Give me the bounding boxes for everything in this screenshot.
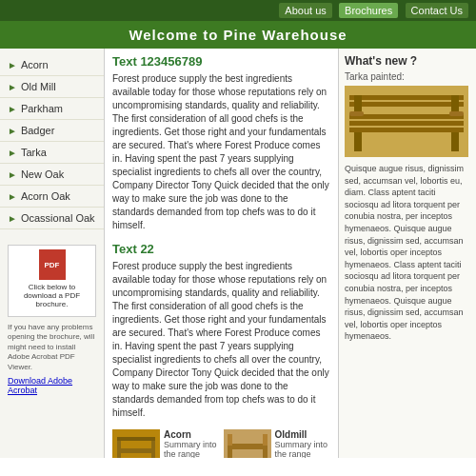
product-acorn: Acorn Summary into the range more... <box>112 429 220 458</box>
section2-body: Forest produce supply the best ingredien… <box>112 260 330 420</box>
sidebar: ► Acorn ► Old Mill ► Parkham ► Badger ► … <box>0 49 105 458</box>
sidebar-item-label: New Oak <box>21 169 64 180</box>
svg-rect-30 <box>349 95 464 100</box>
contact-us-link[interactable]: Contact Us <box>406 3 468 18</box>
sidebar-item-label: Acorn <box>21 59 49 70</box>
product-info-oldmill: Oldmill Summary into the range more... <box>275 429 331 458</box>
svg-rect-31 <box>349 102 464 107</box>
sidebar-item-acorn-oak[interactable]: ► Acorn Oak <box>0 186 104 208</box>
sidebar-item-ocassional-oak[interactable]: ► Ocassional Oak <box>0 208 104 229</box>
svg-rect-28 <box>354 132 362 151</box>
pdf-icon: PDF <box>39 249 66 280</box>
svg-rect-29 <box>451 132 459 151</box>
arrow-icon: ► <box>8 148 17 158</box>
sidebar-item-label: Ocassional Oak <box>21 212 95 224</box>
sidebar-item-label: Old Mill <box>21 81 56 92</box>
product-oldmill: Oldmill Summary into the range more... <box>224 429 331 458</box>
product-thumb-oldmill <box>224 429 271 458</box>
sidebar-item-old-mill[interactable]: ► Old Mill <box>0 76 104 98</box>
svg-rect-8 <box>228 444 268 449</box>
right-panel-subtitle: Tarka painted: <box>345 71 470 82</box>
section1-title: Text 123456789 <box>112 54 330 69</box>
main-content: Text 123456789 Forest produce supply the… <box>105 49 338 458</box>
pdf-small-text: If you have any problems opening the bro… <box>8 323 96 372</box>
sidebar-item-badger[interactable]: ► Badger <box>0 120 104 142</box>
svg-rect-26 <box>349 121 464 126</box>
arrow-icon: ► <box>8 191 17 202</box>
svg-rect-27 <box>349 128 464 132</box>
product-desc-acorn: Summary into the range more... <box>164 440 220 458</box>
svg-rect-9 <box>228 449 232 458</box>
main-layout: ► Acorn ► Old Mill ► Parkham ► Badger ► … <box>0 49 476 458</box>
sidebar-item-label: Tarka <box>21 147 47 158</box>
svg-rect-35 <box>449 111 464 116</box>
sidebar-bottom: PDF Click below to download a PDF brochu… <box>0 237 104 403</box>
sidebar-item-parkham[interactable]: ► Parkham <box>0 98 104 120</box>
brochures-link[interactable]: Brochures <box>339 3 398 18</box>
pdf-box: PDF Click below to download a PDF brochu… <box>8 245 96 317</box>
sidebar-item-acorn[interactable]: ► Acorn <box>0 54 104 76</box>
svg-rect-25 <box>349 114 464 119</box>
section1-body: Forest produce supply the best ingredien… <box>112 72 330 232</box>
products-grid: Acorn Summary into the range more... <box>112 429 330 458</box>
sidebar-item-label: Acorn Oak <box>21 190 70 202</box>
svg-rect-10 <box>263 449 268 458</box>
arrow-icon: ► <box>8 169 17 180</box>
section2-title: Text 22 <box>112 242 330 256</box>
svg-rect-2 <box>117 453 121 458</box>
svg-rect-1 <box>117 448 155 453</box>
bench-image <box>345 86 468 157</box>
right-panel-title: What's new ? <box>345 54 470 68</box>
sidebar-item-label: Parkham <box>21 103 63 114</box>
right-panel: What's new ? Tarka painted: <box>338 49 476 458</box>
svg-rect-3 <box>151 453 155 458</box>
product-info-acorn: Acorn Summary into the range more... <box>164 429 220 458</box>
arrow-icon: ► <box>8 104 17 114</box>
download-acrobat-link[interactable]: Download Adobe Acrobat <box>8 376 96 395</box>
product-name-oldmill: Oldmill <box>275 429 331 440</box>
svg-rect-11 <box>228 434 232 446</box>
top-navigation: About us Brochures Contact Us <box>0 0 476 21</box>
about-us-link[interactable]: About us <box>279 3 331 18</box>
svg-rect-34 <box>349 111 364 116</box>
product-desc-oldmill: Summary into the range more... <box>275 440 331 458</box>
right-panel-body: Quisque augue risus, dignissim sed, accu… <box>345 163 470 343</box>
pdf-link-text: Click below to download a PDF brochure. <box>12 283 91 308</box>
arrow-icon: ► <box>8 82 17 92</box>
page-header: Welcome to Pine Warehouse <box>0 21 476 49</box>
product-name-acorn: Acorn <box>164 429 220 440</box>
sidebar-item-new-oak[interactable]: ► New Oak <box>0 164 104 186</box>
sidebar-item-label: Badger <box>21 125 54 136</box>
svg-rect-6 <box>117 437 155 441</box>
arrow-icon: ► <box>8 213 17 224</box>
sidebar-item-tarka[interactable]: ► Tarka <box>0 142 104 164</box>
site-title: Welcome to Pine Warehouse <box>129 27 347 43</box>
arrow-icon: ► <box>8 126 17 136</box>
product-thumb-acorn <box>112 429 160 458</box>
svg-rect-12 <box>263 434 268 446</box>
arrow-icon: ► <box>8 60 17 70</box>
